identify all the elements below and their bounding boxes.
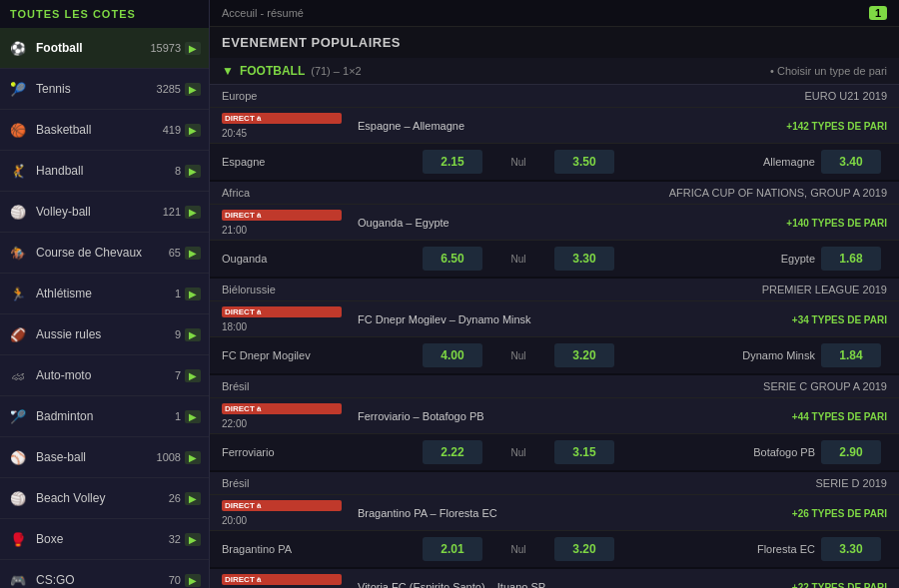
sport-icon-handball: 🤾: [8, 161, 28, 181]
home-odd-1[interactable]: 6.50: [423, 247, 482, 271]
sidebar-label-boxing: Boxe: [36, 532, 169, 546]
types-link-top-2[interactable]: +34 TYPES DE PARI: [792, 314, 887, 325]
sidebar-arrow-football[interactable]: ▶: [185, 42, 201, 55]
sidebar-items: ⚽ Football 15973 ▶ 🎾 Tennis 3285 ▶ 🏀 Bas…: [0, 28, 209, 588]
sidebar-arrow-volleyball[interactable]: ▶: [185, 206, 201, 219]
sidebar-arrow-auto[interactable]: ▶: [185, 369, 201, 382]
types-link-top-4[interactable]: +26 TYPES DE PARI: [792, 508, 887, 519]
sidebar-arrow-tennis[interactable]: ▶: [185, 83, 201, 96]
sport-collapse-arrow[interactable]: ▼: [222, 64, 234, 78]
region-league-2: PREMIER LEAGUE 2019: [762, 284, 887, 295]
away-odd-0[interactable]: 3.40: [821, 150, 881, 174]
sport-icon-csgo: 🎮: [8, 570, 28, 588]
types-link-top-1[interactable]: +140 TYPES DE PARI: [786, 218, 887, 229]
sidebar-count-csgo: 70: [169, 574, 181, 586]
sport-icon-baseball: ⚾: [8, 447, 28, 467]
sidebar-arrow-baseball[interactable]: ▶: [185, 451, 201, 464]
sidebar-item-csgo[interactable]: 🎮 CS:GO 70 ▶: [0, 560, 209, 588]
types-link-top-5[interactable]: +22 TYPES DE PARI: [792, 582, 887, 588]
match-time-3: 22:00: [222, 418, 342, 429]
home-odd-4[interactable]: 2.01: [423, 537, 482, 561]
sport-icon-football: ⚽: [8, 38, 28, 58]
sidebar-item-basketball[interactable]: 🏀 Basketball 419 ▶: [0, 110, 209, 151]
match-group-5: DIRECT à 20:00 Vitoria FC (Espirito Sant…: [210, 569, 899, 588]
match-time-4: 20:00: [222, 515, 342, 526]
region-league-3: SERIE C GROUP A 2019: [763, 380, 887, 392]
region-row-0: Europe EURO U21 2019: [210, 85, 899, 108]
sidebar-item-athletics[interactable]: 🏃 Athlétisme 1 ▶: [0, 274, 209, 314]
sidebar-label-athletics: Athlétisme: [36, 287, 175, 300]
sport-icon-tennis: 🎾: [8, 79, 28, 99]
sport-icon-athletics: 🏃: [8, 284, 28, 303]
sidebar-item-baseball[interactable]: ⚾ Base-ball 1008 ▶: [0, 437, 209, 478]
sidebar-item-volleyball[interactable]: 🏐 Volley-ball 121 ▶: [0, 192, 209, 233]
sport-icon-auto: 🏎: [8, 365, 28, 385]
sidebar-item-handball[interactable]: 🤾 Handball 8 ▶: [0, 151, 209, 192]
sidebar-count-aussie: 9: [175, 328, 181, 340]
home-odd-0[interactable]: 2.15: [423, 150, 482, 174]
match-time-1: 21:00: [222, 225, 342, 236]
region-row-4: Brésil SERIE D 2019: [210, 472, 899, 495]
draw-odd-0[interactable]: 3.50: [554, 150, 614, 174]
match-teams-0: Espagne – Allemagne: [350, 120, 472, 132]
bet-row-3: Ferroviario 2.22 Nul 3.15 Botafogo PB 2.…: [210, 434, 899, 472]
sidebar-label-beachvolley: Beach Volley: [36, 491, 169, 505]
draw-odd-1[interactable]: 3.30: [554, 247, 614, 271]
sidebar-arrow-handball[interactable]: ▶: [185, 165, 201, 178]
draw-label-2: Nul: [488, 350, 548, 361]
match-time-2: 18:00: [222, 321, 342, 332]
draw-odd-2[interactable]: 3.20: [554, 343, 614, 367]
sidebar-arrow-beachvolley[interactable]: ▶: [185, 492, 201, 505]
match-group-1: Africa AFRICA CUP OF NATIONS, GROUP A 20…: [210, 182, 899, 279]
live-badge-2: DIRECT à: [222, 306, 342, 317]
region-league-0: EURO U21 2019: [804, 90, 887, 102]
sidebar-count-basketball: 419: [163, 124, 181, 136]
sport-header: ▼ FOOTBALL (71) – 1×2 • Choisir un type …: [210, 58, 899, 85]
home-team-1: Ouganda: [222, 253, 417, 265]
sidebar-item-boxing[interactable]: 🥊 Boxe 32 ▶: [0, 519, 209, 560]
draw-odd-3[interactable]: 3.15: [554, 440, 614, 464]
sidebar-count-badminton: 1: [175, 410, 181, 422]
sidebar-item-football[interactable]: ⚽ Football 15973 ▶: [0, 28, 209, 69]
sidebar-count-volleyball: 121: [163, 206, 181, 218]
sidebar-label-basketball: Basketball: [36, 123, 163, 137]
sidebar-arrow-badminton[interactable]: ▶: [185, 410, 201, 423]
sidebar-item-tennis[interactable]: 🎾 Tennis 3285 ▶: [0, 69, 209, 110]
match-time-0: 20:45: [222, 128, 342, 139]
sidebar-arrow-basketball[interactable]: ▶: [185, 124, 201, 137]
matches-container: Europe EURO U21 2019 DIRECT à 20:45 Espa…: [210, 85, 899, 588]
away-team-0: Allemagne: [620, 156, 815, 168]
live-badge-3: DIRECT à: [222, 403, 342, 414]
draw-label-1: Nul: [488, 254, 548, 265]
sidebar-label-auto: Auto-moto: [36, 368, 175, 382]
types-link-top-0[interactable]: +142 TYPES DE PARI: [786, 121, 887, 132]
sidebar-item-beachvolley[interactable]: 🏐 Beach Volley 26 ▶: [0, 478, 209, 519]
sidebar-item-aussie[interactable]: 🏈 Aussie rules 9 ▶: [0, 314, 209, 355]
choose-bet-type[interactable]: • Choisir un type de pari: [770, 65, 887, 77]
live-badge-4: DIRECT à: [222, 500, 342, 511]
draw-odd-4[interactable]: 3.20: [554, 537, 614, 561]
region-row-3: Brésil SERIE C GROUP A 2019: [210, 375, 899, 398]
types-link-top-3[interactable]: +44 TYPES DE PARI: [792, 411, 887, 422]
away-odd-1[interactable]: 1.68: [821, 247, 881, 271]
sport-icon-boxing: 🥊: [8, 529, 28, 549]
home-odd-2[interactable]: 4.00: [423, 343, 482, 367]
sidebar-arrow-boxing[interactable]: ▶: [185, 533, 201, 546]
sidebar-item-auto[interactable]: 🏎 Auto-moto 7 ▶: [0, 355, 209, 396]
sidebar-item-horse[interactable]: 🏇 Course de Chevaux 65 ▶: [0, 233, 209, 274]
live-badge: 1: [869, 6, 887, 20]
live-badge-5: DIRECT à: [222, 574, 342, 585]
sidebar-arrow-csgo[interactable]: ▶: [185, 574, 201, 587]
home-odd-3[interactable]: 2.22: [423, 440, 482, 464]
region-name-1: Africa: [222, 187, 250, 199]
sidebar-label-handball: Handball: [36, 164, 175, 178]
away-odd-4[interactable]: 3.30: [821, 537, 881, 561]
sidebar-arrow-aussie[interactable]: ▶: [185, 328, 201, 341]
match-info-2: DIRECT à 18:00 FC Dnepr Mogilev – Dynamo…: [210, 301, 899, 337]
sidebar-arrow-athletics[interactable]: ▶: [185, 288, 201, 300]
away-odd-3[interactable]: 2.90: [821, 440, 881, 464]
away-odd-2[interactable]: 1.84: [821, 343, 881, 367]
sidebar-arrow-horse[interactable]: ▶: [185, 247, 201, 260]
sidebar-item-badminton[interactable]: 🏸 Badminton 1 ▶: [0, 396, 209, 437]
sidebar-label-horse: Course de Chevaux: [36, 246, 169, 260]
